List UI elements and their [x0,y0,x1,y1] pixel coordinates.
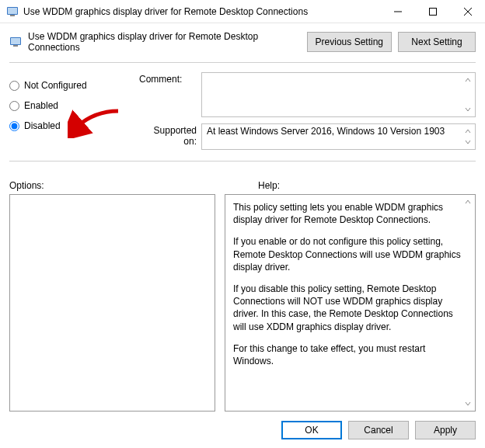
next-setting-button[interactable]: Next Setting [398,32,476,52]
svg-rect-9 [13,45,18,47]
help-panel: This policy setting lets you enable WDDM… [225,194,476,412]
titlebar: Use WDDM graphics display driver for Rem… [0,0,485,23]
radio-disabled-label: Disabled [24,120,61,131]
ok-button[interactable]: OK [281,421,342,439]
fields-column: Comment: Supported on: At least Windows … [139,72,476,156]
header-row: Use WDDM graphics display driver for Rem… [0,23,485,57]
supported-box: At least Windows Server 2016, Windows 10… [201,123,476,150]
app-icon [6,5,19,18]
help-label: Help: [258,180,280,191]
radio-enabled-label: Enabled [24,100,58,111]
svg-rect-1 [8,8,17,14]
cancel-button[interactable]: Cancel [348,421,409,439]
svg-rect-2 [10,15,15,16]
options-label: Options: [9,180,258,191]
radio-enabled[interactable]: Enabled [9,96,130,116]
help-text: If you enable or do not configure this p… [233,235,467,273]
radio-not-configured-label: Not Configured [24,80,87,91]
comment-row: Comment: [139,72,476,117]
supported-label: Supported on: [139,123,201,150]
footer: OK Cancel Apply [0,412,485,448]
comment-input[interactable] [201,72,476,117]
scroll-down-icon[interactable] [462,398,473,409]
radio-not-configured-input[interactable] [9,81,19,91]
panels-row: This policy setting lets you enable WDDM… [0,194,485,412]
supported-value: At least Windows Server 2016, Windows 10… [207,126,445,137]
section-labels: Options: Help: [0,166,485,194]
radio-group: Not Configured Enabled Disabled [9,72,130,156]
divider [9,62,476,63]
minimize-button[interactable] [380,0,415,23]
window-controls [380,0,485,23]
window-title: Use WDDM graphics display driver for Rem… [23,6,380,17]
previous-setting-button[interactable]: Previous Setting [307,32,392,52]
scroll-up-icon[interactable] [462,126,473,137]
radio-disabled-input[interactable] [9,121,19,131]
help-text: For this change to take effect, you must… [233,342,467,367]
policy-icon [9,36,22,48]
radio-not-configured[interactable]: Not Configured [9,75,130,96]
config-area: Not Configured Enabled Disabled Comment:… [0,68,485,156]
help-text: If you disable this policy setting, Remo… [233,283,467,333]
scroll-up-icon[interactable] [462,75,473,85]
supported-row: Supported on: At least Windows Server 20… [139,123,476,150]
scroll-up-icon[interactable] [462,196,473,207]
comment-label: Comment: [139,72,201,117]
apply-button[interactable]: Apply [415,421,476,439]
svg-rect-8 [11,38,20,44]
help-text: This policy setting lets you enable WDDM… [233,201,467,226]
radio-enabled-input[interactable] [9,101,19,111]
radio-disabled[interactable]: Disabled [9,116,130,136]
svg-rect-4 [429,8,436,15]
scroll-down-icon[interactable] [462,137,473,148]
divider [9,161,476,161]
maximize-button[interactable] [415,0,450,23]
scroll-down-icon[interactable] [462,104,473,115]
close-button[interactable] [450,0,485,23]
options-panel [9,194,215,412]
policy-title: Use WDDM graphics display driver for Rem… [28,31,301,53]
